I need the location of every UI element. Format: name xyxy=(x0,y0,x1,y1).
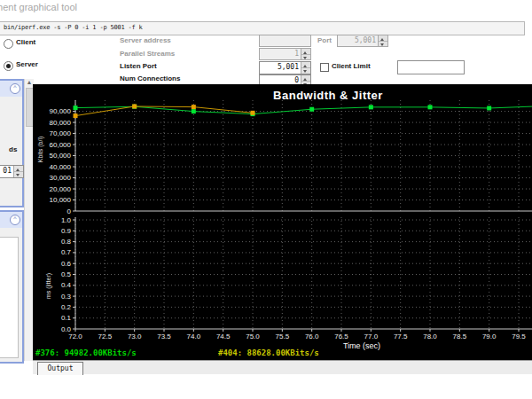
legend-404-value: 88628.00KBits/s xyxy=(247,348,319,357)
legend-376-label: #376: xyxy=(35,348,59,357)
svg-text:40,000: 40,000 xyxy=(50,163,72,171)
port-spinner[interactable]: 5,001 xyxy=(337,35,388,47)
sidebar-spinner-value: 01 xyxy=(0,166,13,177)
svg-text:0: 0 xyxy=(67,207,72,215)
sidebar-spinner-fragment[interactable]: 01 xyxy=(0,165,24,178)
sidebar-panel-bottom: ^ xyxy=(0,210,24,364)
svg-text:73.0: 73.0 xyxy=(128,332,142,340)
svg-text:Time (sec): Time (sec) xyxy=(343,341,380,350)
svg-text:77.5: 77.5 xyxy=(394,332,408,340)
sidebar-text-fragment: ds xyxy=(9,145,17,153)
svg-text:0.5: 0.5 xyxy=(61,270,72,278)
listen-port-value: 5,001 xyxy=(260,62,301,74)
panel-collapse-icon-2[interactable]: ^ xyxy=(10,215,20,225)
svg-text:0.8: 0.8 xyxy=(61,238,72,246)
sidebar-inner-box xyxy=(0,237,19,358)
svg-text:0.6: 0.6 xyxy=(61,260,72,268)
svg-text:0.2: 0.2 xyxy=(61,303,72,311)
port-value: 5,001 xyxy=(338,35,378,46)
listen-port-spinner[interactable]: 5,001 xyxy=(259,61,311,74)
legend-404-label: #404: xyxy=(218,348,242,357)
svg-text:75.5: 75.5 xyxy=(276,332,290,340)
svg-text:20,000: 20,000 xyxy=(50,185,72,193)
svg-text:72.0: 72.0 xyxy=(68,332,82,340)
svg-text:10,000: 10,000 xyxy=(50,196,72,204)
svg-text:72.5: 72.5 xyxy=(98,332,113,340)
iperf-command-input[interactable]: bin/iperf.exe -s -P 0 -i 1 -p 5001 -f k xyxy=(0,21,525,35)
svg-text:74.0: 74.0 xyxy=(187,332,201,340)
svg-text:50,000: 50,000 xyxy=(50,152,72,160)
svg-text:0.4: 0.4 xyxy=(61,281,72,289)
client-limit-value xyxy=(398,61,464,74)
svg-text:75.0: 75.0 xyxy=(246,332,260,340)
parallel-streams-label: Parallel Streams xyxy=(120,50,175,58)
svg-text:30,000: 30,000 xyxy=(50,174,72,182)
port-spinner-arrows-icon[interactable] xyxy=(378,35,387,46)
tab-output[interactable]: Output xyxy=(37,362,83,375)
output-tab-bar: Output xyxy=(33,360,532,374)
parallel-streams-value: 1 xyxy=(260,49,301,59)
svg-text:70,000: 70,000 xyxy=(50,129,72,137)
client-radio[interactable] xyxy=(4,39,13,49)
server-address-value xyxy=(260,35,310,46)
svg-text:60,000: 60,000 xyxy=(50,141,72,149)
svg-text:80,000: 80,000 xyxy=(50,119,72,127)
client-limit-checkbox[interactable] xyxy=(320,63,329,72)
parallel-streams-spinner[interactable]: 1 xyxy=(259,48,311,60)
bandwidth-jitter-chart: Bandwidth & Jitter 010,00020,00030,00040… xyxy=(33,84,532,360)
server-address-label: Server address xyxy=(120,36,171,44)
svg-text:79.5: 79.5 xyxy=(512,332,526,340)
client-limit-input[interactable] xyxy=(397,60,465,74)
svg-text:0.7: 0.7 xyxy=(61,248,72,256)
legend-376-value: 94982.00KBits/s xyxy=(65,348,137,357)
server-radio-label: Server xyxy=(16,60,38,68)
sidebar-spinner-arrows-icon[interactable] xyxy=(13,166,23,177)
svg-text:77.0: 77.0 xyxy=(364,332,379,340)
client-radio-label: Client xyxy=(16,38,35,46)
panel-collapse-icon[interactable]: ^ xyxy=(10,83,20,94)
listen-port-spinner-arrows-icon[interactable] xyxy=(301,62,310,74)
listen-port-label: Listen Port xyxy=(120,62,157,70)
svg-text:78.5: 78.5 xyxy=(453,332,467,340)
window-title: ment graphical tool xyxy=(0,2,77,12)
legend-entry-376: #376: 94982.00KBits/s xyxy=(35,348,137,357)
svg-text:78.0: 78.0 xyxy=(423,332,437,340)
jitter-axis-label: ms (jitter) xyxy=(45,251,51,322)
num-connections-label: Num Connections xyxy=(120,74,180,82)
svg-text:76.5: 76.5 xyxy=(334,332,348,340)
sidebar-panel-top: ^ ds 01 xyxy=(0,79,24,207)
bandwidth-axis-label: Kbits (b/i) xyxy=(37,114,43,185)
svg-text:0.1: 0.1 xyxy=(61,314,72,322)
svg-text:0.9: 0.9 xyxy=(61,227,72,235)
chart-canvas: 010,00020,00030,00040,00050,00060,00070,… xyxy=(33,84,532,360)
svg-text:90,000: 90,000 xyxy=(50,107,72,115)
server-address-input[interactable] xyxy=(259,35,311,47)
legend-entry-404: #404: 88628.00KBits/s xyxy=(218,348,319,357)
client-limit-label: Client Limit xyxy=(332,62,371,70)
svg-text:74.5: 74.5 xyxy=(216,332,231,340)
svg-text:76.0: 76.0 xyxy=(305,332,319,340)
server-radio[interactable] xyxy=(4,61,13,71)
svg-text:0.3: 0.3 xyxy=(61,293,72,301)
svg-text:1.0: 1.0 xyxy=(61,216,72,224)
svg-text:73.5: 73.5 xyxy=(157,332,171,340)
svg-text:79.0: 79.0 xyxy=(482,332,497,340)
port-label: Port xyxy=(317,36,332,44)
parallel-streams-spinner-arrows-icon[interactable] xyxy=(301,49,310,59)
